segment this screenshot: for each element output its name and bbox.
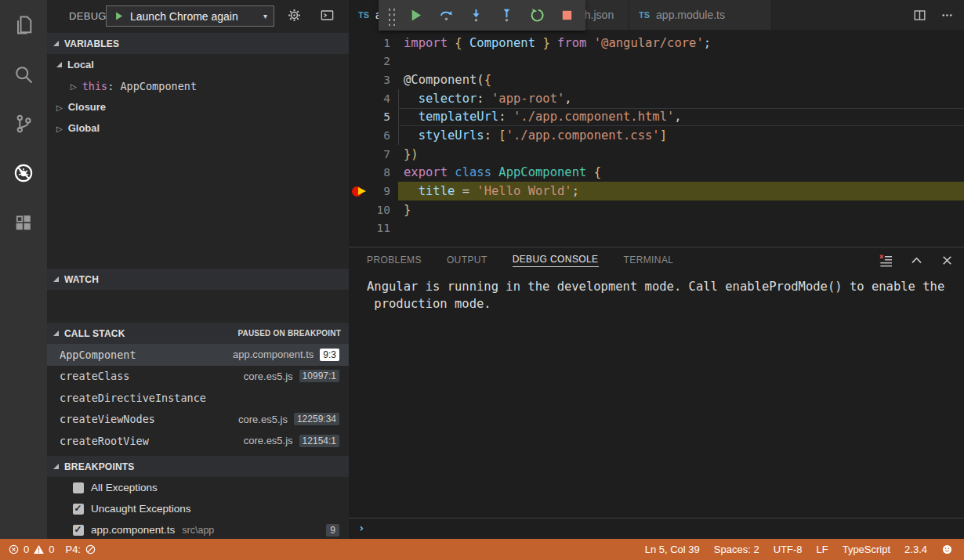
step-out-button[interactable] (497, 5, 517, 27)
stop-button[interactable] (557, 5, 578, 27)
code-editor[interactable]: 1import { Component } from '@angular/cor… (349, 30, 964, 247)
maximize-panel-icon[interactable] (909, 253, 924, 268)
encoding-status[interactable]: UTF-8 (774, 544, 803, 555)
variables-scope-row[interactable]: Global (47, 117, 349, 139)
code-token (506, 110, 513, 124)
activity-bar-item-source-control-icon[interactable] (0, 99, 47, 148)
error-count: 0 (24, 544, 29, 555)
split-editor-icon[interactable] (912, 8, 927, 23)
breakpoint-checkbox[interactable] (73, 482, 84, 493)
frame-line-badge: 10997:1 (299, 370, 339, 382)
start-debugging-icon[interactable] (113, 10, 125, 22)
variables-scope-row[interactable]: Closure (47, 96, 349, 117)
variable-row[interactable]: this: AppComponent (47, 75, 349, 96)
close-panel-icon[interactable] (940, 253, 955, 268)
code-line-content (398, 219, 964, 238)
breakpoint-row[interactable]: app.component.tssrc\app9 (47, 519, 349, 540)
variable-separator: : (107, 80, 120, 92)
restart-button[interactable] (527, 5, 547, 27)
code-line-content: import { Component } from '@angular/core… (398, 34, 964, 52)
watch-section-header[interactable]: WATCH (47, 269, 349, 290)
call-stack-section-header[interactable]: CALL STACK PAUSED ON BREAKPOINT (47, 323, 349, 344)
variables-header-label: VARIABLES (64, 38, 119, 49)
breakpoints-section-header[interactable]: BREAKPOINTS (47, 456, 349, 477)
line-number-gutter[interactable]: 10 (349, 204, 398, 216)
watch-header-label: WATCH (64, 274, 99, 285)
typescript-version-status[interactable]: 2.3.4 (904, 544, 927, 555)
debug-console-input[interactable]: › (349, 518, 964, 537)
panel-tab-debug-console[interactable]: DEBUG CONSOLE (513, 254, 599, 267)
line-number: 6 (383, 129, 390, 142)
line-number-gutter[interactable]: 6 (349, 129, 398, 142)
activity-bar-item-search-icon[interactable] (0, 49, 47, 99)
breakpoint-checkbox[interactable] (73, 525, 84, 536)
console-prompt-icon: › (358, 522, 364, 534)
line-number-gutter[interactable]: 7 (349, 148, 398, 161)
toolbar-drag-handle[interactable] (386, 5, 396, 26)
step-over-button[interactable] (436, 5, 456, 27)
line-number-gutter[interactable]: 8 (349, 166, 398, 179)
breakpoint-path: src\app (182, 525, 214, 536)
variables-section-header[interactable]: VARIABLES (47, 33, 349, 54)
editor-pane: TSapp.component.ts{}launch.jsonTSapp.mod… (349, 0, 964, 539)
tab-label: app.module.ts (656, 9, 725, 21)
eol-status[interactable]: LF (816, 544, 828, 555)
variable-name: this (82, 80, 108, 92)
call-stack-frame[interactable]: createViewNodescore.es5.js12259:34 (47, 409, 349, 431)
error-warning-status[interactable]: 0 0 (8, 544, 54, 555)
debug-config-dropdown[interactable]: Launch Chrome again ▾ (106, 5, 274, 27)
continue-button[interactable] (406, 5, 426, 27)
code-line: 10} (349, 201, 964, 219)
code-token: './app.component.html' (513, 110, 674, 124)
panel-tab-problems[interactable]: PROBLEMS (367, 255, 422, 267)
call-stack-frame[interactable]: AppComponentapp.component.ts9:3 (47, 344, 349, 366)
call-stack-frame[interactable]: createDirectiveInstance (47, 387, 349, 409)
language-status[interactable]: TypeScript (843, 544, 890, 555)
line-number-gutter[interactable]: 1 (349, 37, 398, 49)
line-number-gutter[interactable]: 4 (349, 92, 398, 105)
call-stack-frame[interactable]: createRootViewcore.es5.js12154:1 (47, 430, 349, 452)
code-token (484, 92, 491, 106)
activity-bar-item-files-icon[interactable] (0, 0, 47, 49)
variables-scope-row[interactable]: Local (47, 54, 349, 75)
call-stack-frame[interactable]: createClasscore.es5.js10997:1 (47, 366, 349, 388)
code-line: 7}) (349, 145, 964, 164)
gear-icon[interactable] (287, 8, 302, 23)
breakpoint-checkbox[interactable] (73, 504, 84, 515)
more-actions-icon[interactable] (940, 8, 955, 23)
activity-bar-item-debug-icon[interactable] (0, 148, 47, 197)
code-token (462, 36, 469, 50)
perforce-status[interactable]: P4: (65, 544, 96, 555)
panel-tab-terminal[interactable]: TERMINAL (624, 255, 674, 267)
twistie-icon (56, 62, 62, 67)
step-into-button[interactable] (466, 5, 487, 27)
code-token: , (674, 110, 681, 124)
code-line: 9 title = 'Hello World'; (349, 182, 964, 201)
code-token: : (498, 110, 506, 124)
line-number: 5 (383, 110, 390, 123)
restart-icon (529, 7, 545, 23)
line-number-gutter[interactable]: 2 (349, 55, 398, 67)
breakpoint-label: app.component.ts (91, 524, 175, 536)
line-number-gutter[interactable]: 9 (349, 185, 398, 197)
frame-name: createClass (60, 370, 129, 382)
indentation-status[interactable]: Spaces: 2 (714, 544, 759, 555)
warning-count: 0 (49, 544, 54, 555)
open-debug-console-icon[interactable] (320, 8, 335, 23)
breakpoint-row[interactable]: All Exceptions (47, 477, 349, 498)
line-number-gutter[interactable]: 5 (349, 110, 398, 123)
activity-bar-item-extensions-icon[interactable] (0, 197, 47, 247)
editor-tab-app.module.ts[interactable]: TSapp.module.ts (629, 0, 772, 30)
code-token: @Component( (404, 73, 484, 87)
breakpoint-row[interactable]: Uncaught Exceptions (47, 498, 349, 519)
code-token: ; (572, 184, 579, 198)
panel-tab-output[interactable]: OUTPUT (447, 255, 487, 267)
line-number-gutter[interactable]: 11 (349, 222, 398, 234)
frame-name: createDirectiveInstance (60, 392, 206, 404)
paused-arrow-icon (358, 187, 366, 195)
feedback-smiley-icon[interactable] (941, 544, 953, 555)
clear-console-icon[interactable] (879, 253, 893, 268)
code-token (535, 36, 542, 50)
line-number-gutter[interactable]: 3 (349, 74, 398, 86)
cursor-position-status[interactable]: Ln 5, Col 39 (645, 544, 700, 555)
